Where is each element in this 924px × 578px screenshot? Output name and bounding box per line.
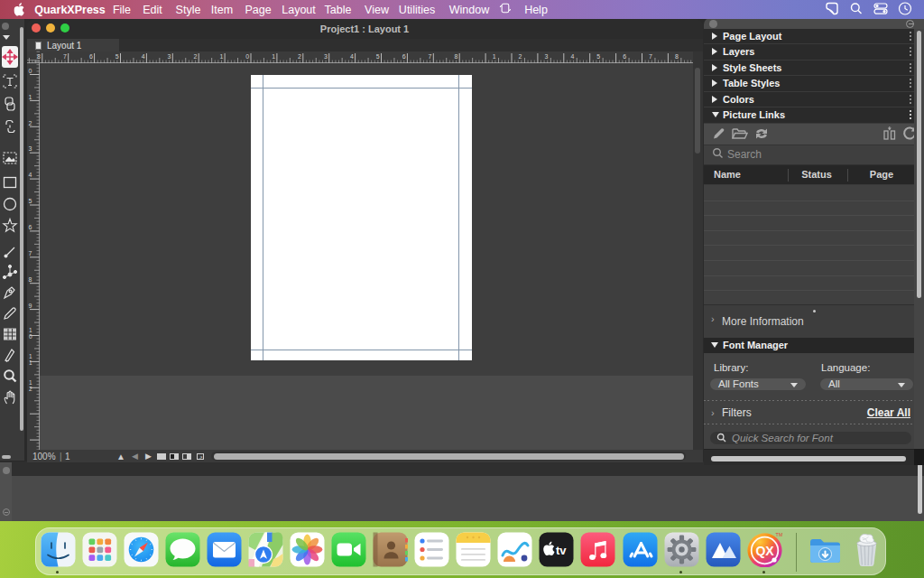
svg-text:5: 5 (596, 53, 600, 60)
svg-text:7: 7 (63, 53, 67, 60)
svg-text:0: 0 (29, 68, 32, 74)
svg-text:1: 1 (272, 53, 275, 60)
svg-text:7: 7 (649, 53, 652, 60)
svg-text:4: 4 (142, 53, 145, 60)
svg-text:2: 2 (519, 53, 522, 60)
svg-text:2: 2 (29, 120, 32, 126)
svg-text:2: 2 (29, 386, 32, 392)
svg-text:2: 2 (193, 53, 197, 60)
svg-text:5: 5 (116, 53, 119, 60)
svg-text:4: 4 (570, 53, 574, 60)
svg-text:4: 4 (350, 53, 354, 60)
svg-text:7: 7 (429, 53, 432, 60)
svg-text:7: 7 (29, 250, 32, 256)
svg-text:1: 1 (219, 53, 223, 60)
svg-text:6: 6 (623, 53, 626, 60)
svg-text:0: 0 (29, 333, 32, 340)
svg-text:5: 5 (376, 53, 380, 60)
svg-text:1: 1 (29, 359, 32, 366)
svg-text:0: 0 (245, 53, 249, 60)
svg-text:QX: QX (755, 544, 774, 558)
svg-text:1: 1 (493, 53, 496, 60)
svg-text:8: 8 (675, 53, 679, 60)
svg-text:8: 8 (29, 276, 32, 283)
svg-text:tv: tv (556, 544, 567, 557)
svg-text:8: 8 (454, 53, 457, 60)
svg-text:6: 6 (29, 224, 32, 230)
svg-text:3: 3 (168, 53, 171, 60)
svg-text:4: 4 (29, 172, 32, 178)
svg-text:6: 6 (402, 53, 406, 60)
svg-text:6: 6 (89, 53, 93, 60)
svg-text:3: 3 (544, 53, 548, 60)
svg-text:1: 1 (29, 94, 32, 100)
svg-text:TM: TM (775, 532, 781, 537)
svg-text:3: 3 (324, 53, 328, 60)
svg-text:9: 9 (29, 303, 32, 309)
svg-text:8: 8 (37, 53, 41, 60)
svg-text:5: 5 (29, 198, 32, 204)
svg-text:2: 2 (298, 53, 301, 60)
svg-text:3: 3 (29, 145, 32, 152)
